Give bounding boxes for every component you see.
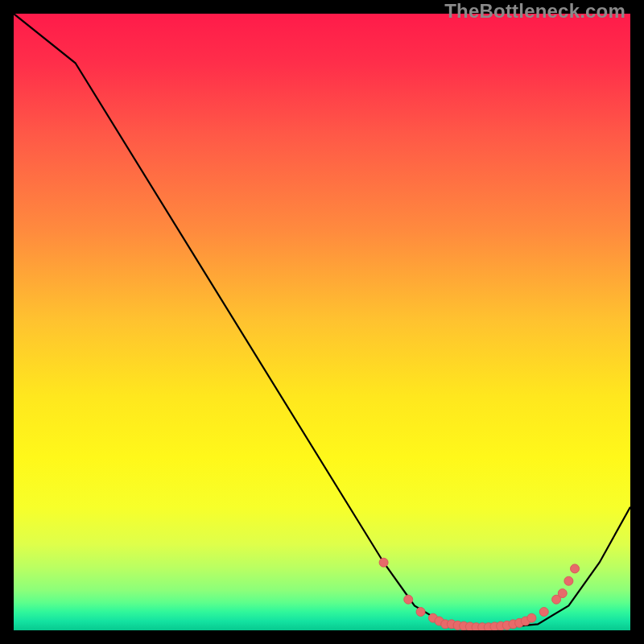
outer-frame: TheBottleneck.com	[0, 0, 644, 644]
marker-dot	[571, 564, 580, 573]
gradient-background	[14, 14, 630, 630]
marker-dot	[558, 589, 567, 598]
chart-svg	[14, 14, 630, 630]
marker-dot	[539, 608, 548, 617]
marker-dot	[564, 576, 573, 585]
watermark-text: TheBottleneck.com	[444, 0, 625, 23]
marker-dot	[416, 608, 425, 617]
plot-area	[14, 14, 630, 630]
marker-dot	[404, 595, 413, 604]
marker-dot	[527, 613, 536, 622]
marker-dot	[379, 558, 388, 567]
